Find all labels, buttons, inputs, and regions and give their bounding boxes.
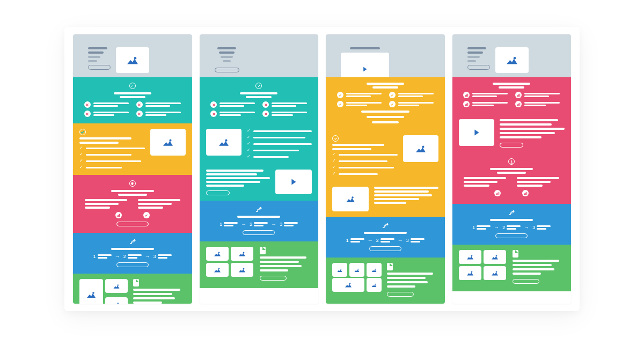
media-cta-button[interactable] (206, 190, 230, 195)
benefits-image-placeholder (403, 135, 438, 162)
svg-rect-29 (517, 95, 517, 97)
arrow-right-icon: → (368, 237, 373, 243)
steps-cta-button[interactable] (243, 230, 275, 235)
wireframe-variants-stage: 1 → 2 → 3 (64, 27, 580, 311)
image-placeholder (231, 263, 253, 277)
svg-rect-11 (117, 215, 118, 217)
steps-icon (129, 238, 136, 245)
image-icon (414, 144, 427, 153)
x-icon (136, 111, 143, 117)
document-icon (387, 263, 393, 270)
social-proof-section (452, 245, 572, 291)
svg-rect-38 (497, 193, 498, 195)
x-icon (210, 111, 217, 117)
image-icon (336, 268, 343, 273)
chart-icon (463, 92, 470, 98)
steps-section: 1 → 2 → 3 (73, 233, 192, 274)
hero-section (452, 34, 572, 77)
diff-cta-button[interactable] (116, 222, 149, 226)
image-placeholder (332, 263, 347, 277)
image-placeholder (332, 187, 369, 211)
x-icon (136, 101, 143, 108)
image-icon (213, 267, 222, 273)
step-2: 2 (250, 222, 268, 227)
benefits-cta-button[interactable] (500, 143, 523, 148)
download-icon (508, 158, 515, 165)
image-icon (371, 268, 377, 273)
hero-section (73, 34, 192, 77)
image-placeholder (79, 279, 103, 304)
image-placeholder (332, 278, 364, 292)
x-icon (84, 101, 91, 108)
arrow-right-icon: → (145, 253, 150, 259)
proof-cta-button[interactable] (387, 292, 414, 297)
video-placeholder[interactable] (275, 170, 312, 194)
check-icon (79, 159, 84, 163)
svg-line-14 (258, 85, 260, 87)
document-icon (260, 247, 266, 254)
svg-rect-37 (496, 193, 496, 195)
no-entry-icon (255, 83, 262, 89)
play-icon (361, 65, 369, 73)
steps-icon (508, 209, 515, 216)
image-placeholder (231, 247, 253, 261)
steps-cta-button[interactable] (495, 233, 528, 238)
social-proof-section (200, 241, 319, 288)
media-row-section (326, 181, 445, 217)
layout-variant-3: 1 → 2 → 3 (326, 34, 445, 304)
step-3: 3 (532, 225, 551, 230)
step-1: 1 (219, 222, 238, 227)
image-placeholder (367, 263, 382, 277)
layout-variant-4: 1 → 2 → 3 (452, 34, 572, 304)
svg-rect-26 (465, 104, 466, 106)
svg-rect-25 (467, 93, 468, 97)
shield-icon (129, 180, 136, 187)
step-2: 2 (123, 254, 142, 259)
svg-rect-42 (526, 192, 527, 195)
image-icon (491, 254, 499, 260)
check-icon (247, 148, 251, 152)
social-proof-section (326, 258, 445, 304)
proof-gallery (459, 250, 507, 280)
hero-cta-button[interactable] (215, 68, 239, 72)
benefits-section (452, 114, 572, 153)
layout-variant-2: 1 → 2 → 3 (200, 34, 319, 304)
check-icon (247, 142, 251, 146)
image-icon (344, 282, 353, 288)
chart-icon (115, 212, 122, 218)
arrow-right-icon: → (524, 224, 529, 230)
x-icon (210, 101, 217, 108)
hero-cta-button[interactable] (88, 65, 111, 70)
svg-rect-41 (525, 193, 526, 195)
media-text-placeholder (206, 170, 270, 195)
check-icon (332, 172, 336, 176)
hero-cta-button[interactable] (467, 65, 490, 70)
image-icon (371, 283, 377, 288)
x-icon (262, 111, 269, 117)
hero-image-placeholder (495, 47, 529, 73)
benefits-image-placeholder (206, 129, 241, 156)
proof-cta-button[interactable] (260, 276, 287, 281)
proof-cta-button[interactable] (513, 279, 539, 284)
svg-rect-30 (518, 94, 519, 97)
steps-cta-button[interactable] (116, 262, 149, 267)
steps-section: 1 → 2 → 3 (200, 201, 319, 241)
image-icon (113, 283, 120, 289)
video-placeholder[interactable] (459, 119, 494, 146)
image-icon (238, 251, 246, 257)
benefits-section (326, 130, 445, 181)
arrow-right-icon: → (494, 224, 499, 230)
svg-rect-40 (524, 193, 524, 195)
problem-section (326, 77, 445, 130)
hero-heading-placeholder (88, 47, 111, 62)
benefits-section (73, 123, 192, 175)
image-icon (491, 270, 499, 276)
image-placeholder (349, 263, 364, 277)
svg-rect-33 (518, 104, 519, 106)
arrow-right-icon: → (115, 253, 120, 259)
steps-cta-button[interactable] (369, 246, 401, 251)
chart-icon (463, 101, 470, 107)
social-proof-section (73, 274, 192, 304)
svg-rect-32 (517, 104, 517, 106)
check-icon (79, 146, 84, 150)
